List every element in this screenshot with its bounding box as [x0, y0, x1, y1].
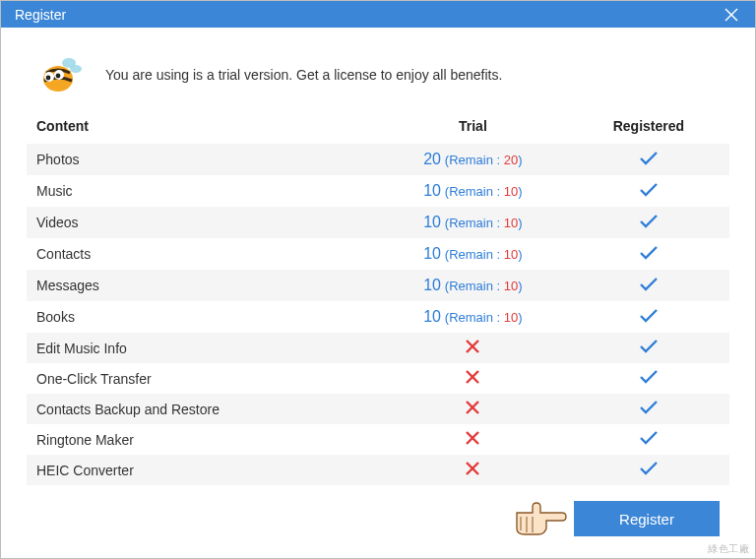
feature-name: Edit Music Info [27, 333, 378, 363]
registered-cell [568, 455, 729, 485]
feature-table: Content Trial Registered Photos20 (Remai… [27, 110, 729, 485]
svg-point-8 [56, 74, 61, 79]
trial-cell: 20 (Remain : 20) [378, 144, 568, 175]
remain-close: ) [518, 247, 522, 262]
dialog-footer: Register [27, 485, 729, 540]
registered-cell [568, 394, 729, 424]
trial-cell: 10 (Remain : 10) [378, 270, 568, 301]
table-row: Music10 (Remain : 10) [27, 175, 729, 207]
feature-name: One-Click Transfer [27, 363, 378, 394]
feature-name: Books [27, 301, 378, 333]
trial-limit: 10 [423, 277, 441, 293]
feature-name: Photos [27, 144, 378, 175]
x-icon [466, 402, 479, 417]
watermark-text: 綠色工廠 [708, 542, 749, 556]
remain-value: 10 [504, 279, 518, 293]
feature-name: Music [27, 175, 378, 207]
trial-cell [378, 333, 568, 363]
remain-label: (Remain : [445, 279, 504, 293]
table-row: Messages10 (Remain : 10) [27, 270, 729, 301]
trial-cell [378, 363, 568, 394]
feature-name: Videos [27, 207, 378, 238]
table-row: Edit Music Info [27, 333, 729, 363]
trial-limit: 10 [423, 182, 441, 199]
check-icon [639, 279, 659, 294]
svg-point-3 [70, 65, 82, 73]
trial-limit: 10 [423, 308, 441, 325]
table-row: Ringtone Maker [27, 424, 729, 455]
x-icon [466, 341, 479, 356]
feature-name: HEIC Converter [27, 455, 378, 485]
check-icon [639, 216, 659, 231]
registered-cell [568, 270, 729, 301]
svg-point-6 [46, 76, 51, 81]
trial-cell [378, 424, 568, 455]
register-button[interactable]: Register [574, 501, 720, 536]
column-header-registered: Registered [568, 110, 729, 144]
table-row: Books10 (Remain : 10) [27, 301, 729, 333]
column-header-trial: Trial [378, 110, 568, 144]
close-icon[interactable] [722, 5, 741, 25]
trial-limit: 20 [423, 151, 441, 167]
titlebar: Register [1, 1, 755, 28]
remain-label: (Remain : [445, 310, 504, 325]
check-icon [639, 184, 659, 200]
registered-cell [568, 175, 729, 207]
check-icon [639, 341, 659, 356]
window-title: Register [15, 7, 66, 23]
x-icon [466, 432, 479, 448]
check-icon [639, 247, 659, 263]
check-icon [639, 432, 659, 448]
remain-close: ) [518, 153, 522, 167]
table-row: Videos10 (Remain : 10) [27, 207, 729, 238]
remain-close: ) [518, 279, 522, 293]
check-icon [639, 463, 659, 478]
registered-cell [568, 238, 729, 270]
remain-value: 10 [504, 216, 518, 230]
register-dialog: Register You are using is a trial [0, 0, 756, 559]
trial-limit: 10 [423, 214, 441, 230]
trial-cell [378, 455, 568, 485]
trial-cell: 10 (Remain : 10) [378, 175, 568, 207]
trial-cell: 10 (Remain : 10) [378, 207, 568, 238]
intro-text: You are using is a trial version. Get a … [105, 67, 502, 83]
remain-label: (Remain : [445, 216, 504, 230]
registered-cell [568, 333, 729, 363]
registered-cell [568, 424, 729, 455]
table-row: Photos20 (Remain : 20) [27, 144, 729, 175]
trial-cell: 10 (Remain : 10) [378, 238, 568, 270]
remain-close: ) [518, 184, 522, 199]
x-icon [466, 371, 479, 387]
remain-value: 10 [504, 184, 518, 199]
trial-cell [378, 394, 568, 424]
feature-name: Messages [27, 270, 378, 301]
table-row: Contacts Backup and Restore [27, 394, 729, 424]
feature-name: Ringtone Maker [27, 424, 378, 455]
remain-close: ) [518, 310, 522, 325]
remain-label: (Remain : [445, 184, 504, 199]
table-row: HEIC Converter [27, 455, 729, 485]
table-row: One-Click Transfer [27, 363, 729, 394]
remain-label: (Remain : [445, 247, 504, 262]
trial-limit: 10 [423, 245, 441, 262]
feature-name: Contacts [27, 238, 378, 270]
remain-value: 10 [504, 310, 518, 325]
check-icon [639, 371, 659, 387]
remain-value: 20 [504, 153, 518, 167]
registered-cell [568, 301, 729, 333]
trial-cell: 10 (Remain : 10) [378, 301, 568, 333]
bee-logo-icon [36, 53, 84, 96]
remain-close: ) [518, 216, 522, 230]
check-icon [639, 402, 659, 417]
registered-cell [568, 144, 729, 175]
intro-row: You are using is a trial version. Get a … [27, 47, 729, 110]
check-icon [639, 153, 659, 168]
dialog-body: You are using is a trial version. Get a … [1, 28, 755, 558]
column-header-content: Content [27, 110, 378, 144]
registered-cell [568, 363, 729, 394]
feature-name: Contacts Backup and Restore [27, 394, 378, 424]
remain-label: (Remain : [445, 153, 504, 167]
table-row: Contacts10 (Remain : 10) [27, 238, 729, 270]
registered-cell [568, 207, 729, 238]
pointing-hand-icon [511, 499, 570, 538]
